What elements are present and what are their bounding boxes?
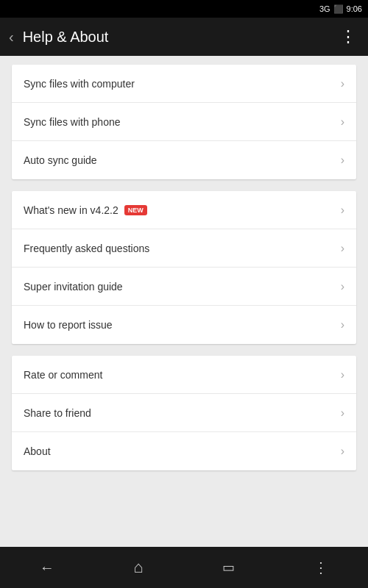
auto-sync-label: Auto sync guide [24, 154, 97, 166]
sync-section: Sync files with computer › Sync files wi… [12, 65, 356, 179]
report-issue-label: How to report issue [24, 319, 113, 331]
back-button[interactable]: ‹ [3, 23, 20, 51]
rate-comment-label: Rate or comment [24, 369, 102, 381]
nav-recents-icon: ▭ [222, 559, 235, 576]
sync-computer-label: Sync files with computer [24, 78, 135, 90]
list-item-faq-content: Frequently asked questions [24, 243, 149, 254]
chevron-icon: › [341, 406, 344, 420]
nav-back-button[interactable]: ← [28, 553, 66, 582]
list-item-super-invitation[interactable]: Super invitation guide › [12, 268, 356, 306]
nav-back-icon: ← [40, 559, 54, 576]
nav-recents-button[interactable]: ▭ [210, 553, 247, 581]
list-item-share-friend-content: Share to friend [24, 407, 91, 419]
social-section: Rate or comment › Share to friend › Abou… [12, 356, 356, 470]
list-item-rate-comment[interactable]: Rate or comment › [12, 356, 356, 394]
network-indicator: 3G [319, 4, 330, 13]
info-section: What's new in v4.2.2 NEW › Frequently as… [12, 191, 356, 344]
list-item-report-issue[interactable]: How to report issue › [12, 306, 356, 344]
list-item-auto-sync[interactable]: Auto sync guide › [12, 141, 356, 179]
list-item-sync-computer[interactable]: Sync files with computer › [12, 65, 356, 103]
about-label: About [24, 445, 51, 457]
chevron-icon: › [341, 154, 344, 167]
list-item-super-invitation-content: Super invitation guide [24, 281, 123, 293]
list-item-rate-comment-content: Rate or comment [24, 369, 102, 381]
back-icon: ‹ [9, 29, 14, 46]
status-icons: 3G ⬛ 9:06 [319, 4, 362, 14]
list-item-report-issue-content: How to report issue [24, 319, 113, 331]
top-bar: ‹ Help & About ⋮ [0, 18, 368, 56]
chevron-icon: › [341, 445, 344, 458]
chevron-icon: › [341, 280, 344, 293]
bottom-nav-bar: ← ⌂ ▭ ⋮ [0, 547, 368, 588]
nav-overflow-icon: ⋮ [314, 559, 328, 576]
list-item-sync-computer-content: Sync files with computer [24, 78, 135, 90]
overflow-menu-icon: ⋮ [340, 27, 356, 46]
clock: 9:06 [347, 4, 362, 13]
super-invitation-label: Super invitation guide [24, 281, 123, 293]
list-item-sync-phone[interactable]: Sync files with phone › [12, 103, 356, 141]
overflow-menu-button[interactable]: ⋮ [334, 21, 362, 52]
list-item-about-content: About [24, 445, 51, 457]
chevron-icon: › [341, 77, 344, 90]
whats-new-label: What's new in v4.2.2 [24, 204, 118, 216]
chevron-icon: › [341, 368, 344, 381]
nav-home-icon: ⌂ [133, 558, 143, 577]
page-title: Help & About [23, 29, 334, 46]
list-item-auto-sync-content: Auto sync guide [24, 154, 97, 166]
list-item-whats-new[interactable]: What's new in v4.2.2 NEW › [12, 191, 356, 229]
chevron-icon: › [341, 115, 344, 129]
nav-home-button[interactable]: ⌂ [121, 552, 155, 583]
battery-icon: ⬛ [333, 4, 344, 14]
list-item-about[interactable]: About › [12, 432, 356, 470]
share-friend-label: Share to friend [24, 407, 91, 419]
chevron-icon: › [341, 242, 344, 255]
list-item-faq[interactable]: Frequently asked questions › [12, 229, 356, 268]
list-item-share-friend[interactable]: Share to friend › [12, 394, 356, 432]
chevron-icon: › [341, 318, 344, 331]
list-item-sync-phone-content: Sync files with phone [24, 116, 121, 128]
new-badge: NEW [124, 205, 147, 215]
list-item-whats-new-content: What's new in v4.2.2 NEW [24, 204, 147, 216]
faq-label: Frequently asked questions [24, 243, 149, 254]
chevron-icon: › [341, 204, 344, 217]
nav-overflow-button[interactable]: ⋮ [302, 553, 340, 582]
main-content: Sync files with computer › Sync files wi… [0, 56, 368, 547]
sync-phone-label: Sync files with phone [24, 116, 121, 128]
status-bar: 3G ⬛ 9:06 [0, 0, 368, 18]
